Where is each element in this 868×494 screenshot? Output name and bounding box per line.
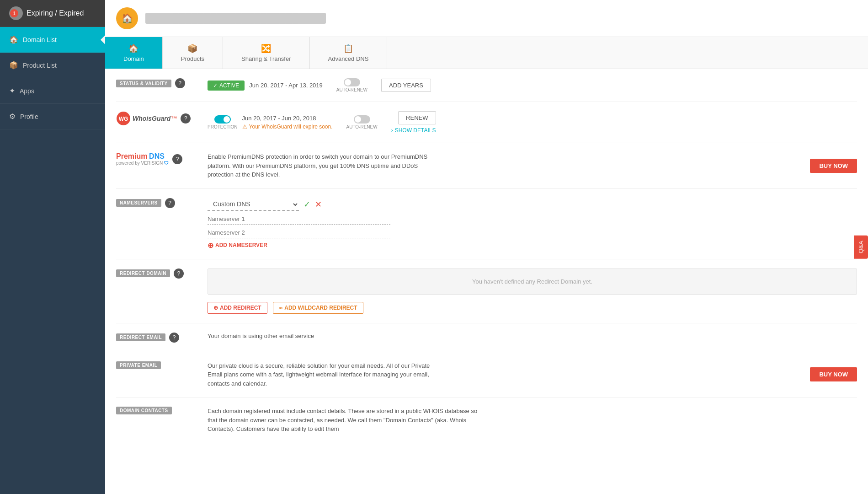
- tab-content: STATUS & VALIDITY ? ✓ ACTIVE Jun 20, 201…: [105, 69, 868, 443]
- redirect-domain-help-btn[interactable]: ?: [174, 268, 184, 279]
- sidebar-item-product-list[interactable]: 📦 Product List: [0, 53, 105, 78]
- nameserver2-input[interactable]: [208, 227, 390, 238]
- nameservers-label: NAMESERVERS: [116, 199, 161, 207]
- wildcard-icon: ∞: [279, 305, 283, 311]
- sidebar-item-label-profile: Profile: [20, 113, 38, 120]
- apps-icon: ✦: [9, 86, 15, 95]
- add-years-button[interactable]: ADD YEARS: [381, 79, 431, 92]
- premium-dns-label-col: Premium DNS powered by VERISIGN 🛡 ?: [116, 152, 208, 166]
- wg-auto-renew: AUTO-RENEW: [346, 115, 378, 129]
- status-badge: ✓ ACTIVE: [208, 81, 245, 91]
- premium-dns-help-btn[interactable]: ?: [172, 154, 182, 164]
- chevron-right-icon: ›: [391, 127, 393, 134]
- redirect-email-label-col: REDIRECT EMAIL ?: [116, 333, 208, 343]
- tab-domain-label: Domain: [123, 55, 144, 62]
- dns-confirm-icon[interactable]: ✓: [304, 199, 310, 209]
- sidebar-item-domain-list[interactable]: 🏠 Domain List: [0, 27, 105, 53]
- status-date-range: Jun 20, 2017 - Apr 13, 2019: [249, 82, 322, 89]
- sidebar-item-label-product-list: Product List: [23, 62, 57, 69]
- expiring-badge: 1: [10, 9, 18, 17]
- private-email-content: Our private cloud is a secure, reliable …: [208, 361, 857, 388]
- tab-advanced-dns[interactable]: 📋 Advanced DNS: [310, 37, 388, 69]
- renew-button[interactable]: RENEW: [398, 111, 436, 124]
- premium-dns-buy-now-button[interactable]: BUY NOW: [810, 159, 857, 173]
- redirect-email-help-btn[interactable]: ?: [169, 333, 179, 343]
- section-domain-contacts: DOMAIN CONTACTS Each domain registered m…: [116, 397, 857, 443]
- redirect-email-label: REDIRECT EMAIL: [116, 333, 165, 341]
- domain-name: ████████████████████: [145, 14, 326, 23]
- svg-text:WG: WG: [119, 116, 128, 122]
- sidebar-item-label-apps: Apps: [20, 87, 34, 95]
- tab-bar: 🏠 Domain 📦 Products 🔀 Sharing & Transfer…: [105, 37, 868, 69]
- premium-dns-description: Enable PremiumDNS protection in order to…: [208, 152, 436, 179]
- qa-button[interactable]: Q&A: [854, 235, 868, 258]
- tab-sharing-transfer[interactable]: 🔀 Sharing & Transfer: [223, 37, 309, 69]
- sidebar-item-apps[interactable]: ✦ Apps: [0, 78, 105, 104]
- tab-products-icon: 📦: [187, 43, 197, 54]
- dns-type-select[interactable]: Namecheap BasicDNS Namecheap Web Hosting…: [208, 198, 299, 211]
- whoisguard-label-col: WG WhoisGuard ™ ?: [116, 111, 208, 126]
- section-nameservers: NAMESERVERS ? Namecheap BasicDNS Nameche…: [116, 189, 857, 259]
- sidebar-item-profile[interactable]: ⚙ Profile: [0, 104, 105, 129]
- section-redirect-domain: REDIRECT DOMAIN ? You haven't defined an…: [116, 259, 857, 323]
- add-nameserver-button[interactable]: ⊕ ADD NAMESERVER: [208, 241, 857, 250]
- tab-products[interactable]: 📦 Products: [163, 37, 223, 69]
- check-icon: ✓: [213, 82, 218, 89]
- tab-sharing-label: Sharing & Transfer: [241, 55, 291, 62]
- domain-contacts-content: Each domain registered must include cont…: [208, 407, 857, 434]
- domain-contacts-label-col: DOMAIN CONTACTS: [116, 407, 208, 414]
- tab-dns-label: Advanced DNS: [328, 55, 369, 62]
- tab-domain[interactable]: 🏠 Domain: [105, 37, 163, 69]
- plus-circle-icon: ⊕: [213, 305, 218, 311]
- status-help-btn[interactable]: ?: [175, 78, 185, 88]
- auto-renew-col: AUTO-RENEW: [336, 78, 367, 92]
- whoisguard-shield-icon: WG: [116, 111, 131, 126]
- premium-dns-content: Enable PremiumDNS protection in order to…: [208, 152, 857, 179]
- redirect-email-content: Your domain is using other email service: [208, 333, 857, 339]
- wg-auto-renew-toggle[interactable]: [354, 115, 370, 124]
- home-icon: 🏠: [9, 35, 18, 44]
- sidebar-item-label-domain-list: Domain List: [23, 36, 57, 43]
- wg-warning: ⚠ Your WhoisGuard will expire soon.: [242, 124, 333, 130]
- product-icon: 📦: [9, 61, 18, 70]
- nameservers-help-btn[interactable]: ?: [165, 198, 175, 208]
- gear-icon: ⚙: [9, 112, 16, 121]
- redirect-domain-label-col: REDIRECT DOMAIN ?: [116, 268, 208, 279]
- domain-contacts-description: Each domain registered must include cont…: [208, 407, 482, 434]
- sidebar-item-expiring[interactable]: 1 Expiring / Expired: [0, 0, 105, 27]
- private-email-buy-now-button[interactable]: BUY NOW: [810, 367, 857, 381]
- dns-cancel-icon[interactable]: ✕: [315, 199, 322, 209]
- warning-icon: ⚠: [242, 124, 247, 130]
- wg-toggle-col: PROTECTION: [208, 115, 238, 129]
- tab-sharing-icon: 🔀: [261, 43, 271, 54]
- private-email-label-col: PRIVATE EMAIL: [116, 361, 208, 369]
- premium-dns-logo: Premium DNS powered by VERISIGN 🛡: [116, 152, 169, 166]
- whoisguard-toggle[interactable]: [214, 115, 231, 124]
- add-redirect-button[interactable]: ⊕ ADD REDIRECT: [208, 302, 267, 314]
- tab-products-label: Products: [181, 55, 204, 62]
- domain-contacts-label: DOMAIN CONTACTS: [116, 407, 172, 414]
- domain-header: 🏠 ████████████████████: [105, 0, 868, 37]
- whoisguard-help-btn[interactable]: ?: [181, 113, 191, 124]
- tab-dns-icon: 📋: [343, 43, 353, 54]
- show-details-link[interactable]: › SHOW DETAILS: [391, 127, 436, 134]
- redirect-empty-placeholder: You haven't defined any Redirect Domain …: [208, 268, 857, 295]
- private-email-label: PRIVATE EMAIL: [116, 361, 161, 369]
- sidebar: 1 Expiring / Expired 🏠 Domain List 📦 Pro…: [0, 0, 105, 494]
- expiring-icon: 1: [9, 6, 23, 20]
- private-email-description: Our private cloud is a secure, reliable …: [208, 361, 436, 388]
- add-wildcard-redirect-button[interactable]: ∞ ADD WILDCARD REDIRECT: [273, 302, 363, 314]
- main-content: 🏠 ████████████████████ 🏠 Domain 📦 Produc…: [105, 0, 868, 494]
- status-label-col: STATUS & VALIDITY ?: [116, 78, 208, 88]
- wg-dates: Jun 20, 2017 - Jun 20, 2018 ⚠ Your Whois…: [242, 115, 333, 130]
- whoisguard-logo: WG WhoisGuard ™: [116, 111, 177, 126]
- domain-icon: 🏠: [116, 7, 138, 29]
- sidebar-item-label-expiring: Expiring / Expired: [27, 9, 84, 17]
- auto-renew-toggle[interactable]: [344, 78, 360, 86]
- section-status-validity: STATUS & VALIDITY ? ✓ ACTIVE Jun 20, 201…: [116, 69, 857, 102]
- whoisguard-content: PROTECTION Jun 20, 2017 - Jun 20, 2018 ⚠…: [208, 111, 857, 134]
- status-content: ✓ ACTIVE Jun 20, 2017 - Apr 13, 2019 AUT…: [208, 78, 857, 92]
- redirect-email-text: Your domain is using other email service: [208, 333, 314, 339]
- status-label: STATUS & VALIDITY: [116, 80, 171, 87]
- nameserver1-input[interactable]: [208, 214, 390, 225]
